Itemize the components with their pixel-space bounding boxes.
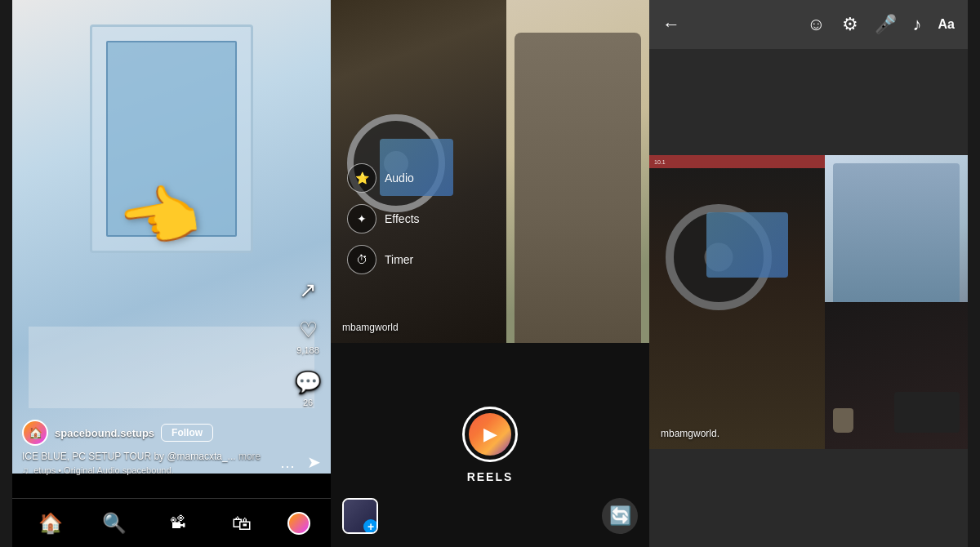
music-note-icon: ♫: [22, 465, 29, 475]
audio-icon-circle: ⭐: [347, 163, 376, 193]
window-view: [833, 163, 960, 302]
shop-icon: 🛍: [232, 512, 252, 535]
effects-menu-item[interactable]: ✦ Effects: [347, 204, 420, 233]
timer-icon-circle: ⏱: [347, 245, 376, 274]
music-button[interactable]: ♪: [913, 14, 922, 35]
screen1-feed: 👈 ↗ ♡ 9,188 💬 26 🏠: [12, 0, 331, 547]
right-actions: ↗ ♡ 9,188 💬 26: [295, 278, 321, 407]
outdoor-photo: [825, 155, 969, 302]
comments-count: 26: [303, 398, 313, 407]
follow-button[interactable]: Follow: [161, 424, 213, 442]
more-options-button[interactable]: ⋯: [280, 457, 295, 475]
screen2-reels-camera: ⭐ Audio ✦ Effects ⏱ Timer: [331, 0, 649, 547]
indicator-bar: 10.1: [649, 155, 825, 168]
capture-button[interactable]: ▶: [462, 407, 518, 462]
screen3-story-editor: ← ☺ ⚙ 🎤 ♪ Aa 10.1: [649, 0, 968, 547]
effects-label: Effects: [385, 212, 420, 225]
heart-icon: ♡: [299, 318, 318, 343]
effects-icon: ✦: [357, 212, 367, 225]
reels-label: REELS: [467, 470, 514, 483]
add-icon: +: [363, 519, 378, 534]
share-icon: ↗: [299, 278, 317, 303]
caption-text: ICE BLUE, PC SETUP TOUR by @mamacxta_...…: [22, 451, 321, 462]
face-effects-button[interactable]: ☺: [807, 14, 825, 35]
mic-button[interactable]: 🎤: [875, 14, 897, 35]
car-bg: 10.1: [649, 155, 825, 449]
dark-top-area: [649, 49, 968, 155]
reels-icon: 📽: [170, 514, 186, 532]
mercedes-icon: ⭐: [355, 171, 369, 185]
camera-preview: ⭐ Audio ✦ Effects ⏱ Timer: [331, 0, 649, 343]
like-action[interactable]: ♡ 9,188: [296, 318, 319, 355]
avatar: 🏠: [22, 420, 48, 446]
more-label[interactable]: more: [238, 451, 261, 462]
username-overlay: mbamgworld.: [661, 428, 719, 439]
share-bottom-icon[interactable]: ➤: [307, 452, 321, 472]
capture-inner: ▶: [469, 413, 511, 456]
timer-menu-item[interactable]: ⏱ Timer: [347, 245, 420, 274]
nav-home[interactable]: 🏠: [33, 505, 69, 541]
timer-icon: ⏱: [356, 253, 368, 266]
back-button[interactable]: ←: [662, 14, 680, 35]
story-bottom-bar: [649, 449, 968, 547]
nav-shop[interactable]: 🛍: [224, 505, 260, 541]
feed-video-bg: 👈 ↗ ♡ 9,188 💬 26: [12, 0, 331, 474]
nav-reels[interactable]: 📽: [160, 505, 196, 541]
story-photos: 10.1 mbamgworld.: [649, 155, 968, 449]
camera-controls: ▶ REELS + 🔄: [331, 343, 649, 547]
search-icon: 🔍: [102, 512, 127, 535]
audio-label: Audio: [385, 171, 414, 185]
flip-icon: 🔄: [609, 505, 631, 527]
comment-icon: 💬: [295, 370, 321, 395]
share-action[interactable]: ↗: [299, 278, 317, 303]
user-row: 🏠 spacebound.setups Follow: [22, 420, 321, 446]
bottom-nav: 🏠 🔍 📽 🛍: [12, 498, 331, 547]
screens-container: 👈 ↗ ♡ 9,188 💬 26 🏠: [0, 0, 980, 547]
keyboard: [894, 392, 960, 433]
right-video: [506, 0, 650, 343]
filters-button[interactable]: ⚙: [842, 14, 858, 35]
timer-label: Timer: [385, 253, 413, 266]
username-label: spacebound.setups: [55, 427, 154, 439]
scattered-pieces: [29, 327, 314, 408]
nav-search[interactable]: 🔍: [96, 505, 132, 541]
desk-photo: [825, 302, 969, 449]
comment-action[interactable]: 💬 26: [295, 370, 321, 407]
indicator-text: 10.1: [654, 159, 666, 165]
hand-emoji: 👈: [113, 173, 207, 263]
nav-profile[interactable]: [287, 512, 310, 535]
story-photo-left: 10.1 mbamgworld.: [649, 155, 825, 449]
left-video: ⭐ Audio ✦ Effects ⏱ Timer: [331, 0, 506, 343]
camera-menu: ⭐ Audio ✦ Effects ⏱ Timer: [347, 163, 420, 274]
text-button[interactable]: Aa: [938, 17, 955, 32]
coffee-cup: [833, 408, 853, 433]
header-right-icons: ☺ ⚙ 🎤 ♪ Aa: [807, 14, 955, 35]
audio-menu-item[interactable]: ⭐ Audio: [347, 163, 420, 193]
story-editor-header: ← ☺ ⚙ 🎤 ♪ Aa: [649, 0, 968, 49]
story-photos-right: [825, 155, 969, 449]
flip-camera-button[interactable]: 🔄: [602, 498, 638, 534]
gallery-button[interactable]: +: [342, 498, 378, 534]
gallery-thumbnail: +: [342, 498, 378, 534]
audio-row: ♫ etups • Original Audio spacebound.: [22, 465, 321, 475]
reels-capture-icon: ▶: [483, 424, 497, 445]
home-icon: 🏠: [38, 512, 63, 535]
chair-shape: [514, 33, 642, 343]
effects-icon-circle: ✦: [347, 204, 376, 233]
likes-count: 9,188: [296, 345, 319, 355]
screen2-username: mbamgworld: [342, 322, 399, 333]
